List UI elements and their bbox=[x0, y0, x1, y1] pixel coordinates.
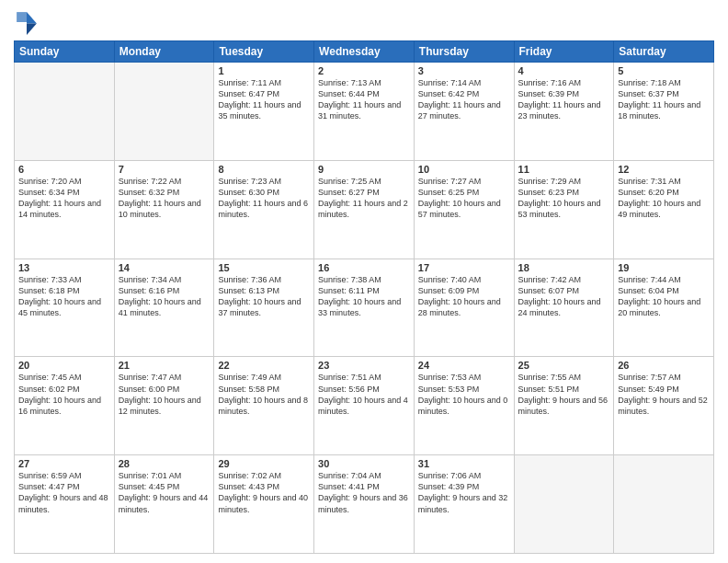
day-number: 22 bbox=[218, 360, 310, 371]
day-info: Sunrise: 7:14 AM Sunset: 6:42 PM Dayligh… bbox=[418, 77, 510, 122]
day-info: Sunrise: 7:04 AM Sunset: 4:41 PM Dayligh… bbox=[318, 470, 410, 515]
logo bbox=[14, 9, 43, 35]
day-info: Sunrise: 7:45 AM Sunset: 6:02 PM Dayligh… bbox=[18, 372, 110, 417]
calendar-cell: 22Sunrise: 7:49 AM Sunset: 5:58 PM Dayli… bbox=[214, 357, 314, 455]
day-info: Sunrise: 7:16 AM Sunset: 6:39 PM Dayligh… bbox=[518, 77, 610, 122]
day-number: 11 bbox=[518, 164, 610, 175]
svg-marker-0 bbox=[27, 12, 37, 23]
day-number: 31 bbox=[418, 458, 510, 469]
day-info: Sunrise: 7:31 AM Sunset: 6:20 PM Dayligh… bbox=[618, 176, 710, 221]
day-number: 14 bbox=[119, 262, 210, 273]
calendar-header-saturday: Saturday bbox=[614, 41, 714, 63]
calendar-header-monday: Monday bbox=[114, 41, 214, 63]
calendar-cell: 27Sunrise: 6:59 AM Sunset: 4:47 PM Dayli… bbox=[15, 455, 115, 554]
calendar-cell: 14Sunrise: 7:34 AM Sunset: 6:16 PM Dayli… bbox=[114, 259, 214, 357]
calendar-cell: 1Sunrise: 7:11 AM Sunset: 6:47 PM Daylig… bbox=[214, 63, 314, 161]
calendar-week-3: 13Sunrise: 7:33 AM Sunset: 6:18 PM Dayli… bbox=[15, 259, 714, 357]
calendar-cell: 10Sunrise: 7:27 AM Sunset: 6:25 PM Dayli… bbox=[414, 160, 514, 259]
calendar-cell: 9Sunrise: 7:25 AM Sunset: 6:27 PM Daylig… bbox=[314, 160, 415, 259]
calendar-cell: 11Sunrise: 7:29 AM Sunset: 6:23 PM Dayli… bbox=[514, 160, 614, 259]
calendar-cell: 26Sunrise: 7:57 AM Sunset: 5:49 PM Dayli… bbox=[614, 357, 714, 455]
day-number: 29 bbox=[218, 458, 310, 469]
day-info: Sunrise: 7:25 AM Sunset: 6:27 PM Dayligh… bbox=[318, 176, 410, 221]
calendar-week-4: 20Sunrise: 7:45 AM Sunset: 6:02 PM Dayli… bbox=[15, 357, 714, 455]
calendar-cell bbox=[514, 455, 614, 554]
day-info: Sunrise: 7:18 AM Sunset: 6:37 PM Dayligh… bbox=[618, 77, 710, 122]
calendar-cell: 8Sunrise: 7:23 AM Sunset: 6:30 PM Daylig… bbox=[214, 160, 314, 259]
day-number: 24 bbox=[418, 360, 510, 371]
day-info: Sunrise: 7:29 AM Sunset: 6:23 PM Dayligh… bbox=[518, 176, 610, 221]
logo-icon bbox=[14, 9, 40, 35]
day-number: 25 bbox=[518, 360, 610, 371]
day-number: 9 bbox=[318, 164, 410, 175]
calendar-cell: 16Sunrise: 7:38 AM Sunset: 6:11 PM Dayli… bbox=[314, 259, 415, 357]
svg-marker-1 bbox=[27, 24, 37, 35]
day-number: 12 bbox=[618, 164, 710, 175]
day-number: 26 bbox=[618, 360, 710, 371]
day-info: Sunrise: 7:38 AM Sunset: 6:11 PM Dayligh… bbox=[318, 274, 410, 319]
calendar-cell: 7Sunrise: 7:22 AM Sunset: 6:32 PM Daylig… bbox=[114, 160, 214, 259]
calendar-cell: 20Sunrise: 7:45 AM Sunset: 6:02 PM Dayli… bbox=[15, 357, 115, 455]
header bbox=[14, 9, 714, 35]
day-number: 7 bbox=[119, 164, 210, 175]
day-number: 2 bbox=[318, 65, 410, 76]
day-info: Sunrise: 7:36 AM Sunset: 6:13 PM Dayligh… bbox=[218, 274, 310, 319]
calendar-cell: 18Sunrise: 7:42 AM Sunset: 6:07 PM Dayli… bbox=[514, 259, 614, 357]
calendar-cell: 6Sunrise: 7:20 AM Sunset: 6:34 PM Daylig… bbox=[15, 160, 115, 259]
day-info: Sunrise: 6:59 AM Sunset: 4:47 PM Dayligh… bbox=[18, 470, 110, 515]
day-info: Sunrise: 7:57 AM Sunset: 5:49 PM Dayligh… bbox=[618, 372, 710, 417]
day-number: 16 bbox=[318, 262, 410, 273]
day-number: 27 bbox=[18, 458, 110, 469]
calendar-cell: 19Sunrise: 7:44 AM Sunset: 6:04 PM Dayli… bbox=[614, 259, 714, 357]
calendar-week-2: 6Sunrise: 7:20 AM Sunset: 6:34 PM Daylig… bbox=[15, 160, 714, 259]
calendar-header-tuesday: Tuesday bbox=[214, 41, 314, 63]
day-number: 23 bbox=[318, 360, 410, 371]
day-info: Sunrise: 7:13 AM Sunset: 6:44 PM Dayligh… bbox=[318, 77, 410, 122]
day-info: Sunrise: 7:34 AM Sunset: 6:16 PM Dayligh… bbox=[119, 274, 210, 319]
day-info: Sunrise: 7:53 AM Sunset: 5:53 PM Dayligh… bbox=[418, 372, 510, 417]
calendar-cell: 24Sunrise: 7:53 AM Sunset: 5:53 PM Dayli… bbox=[414, 357, 514, 455]
day-number: 28 bbox=[119, 458, 210, 469]
day-info: Sunrise: 7:40 AM Sunset: 6:09 PM Dayligh… bbox=[418, 274, 510, 319]
svg-rect-2 bbox=[17, 12, 27, 22]
calendar-cell: 23Sunrise: 7:51 AM Sunset: 5:56 PM Dayli… bbox=[314, 357, 415, 455]
day-number: 21 bbox=[119, 360, 210, 371]
calendar-week-5: 27Sunrise: 6:59 AM Sunset: 4:47 PM Dayli… bbox=[15, 455, 714, 554]
day-info: Sunrise: 7:42 AM Sunset: 6:07 PM Dayligh… bbox=[518, 274, 610, 319]
day-info: Sunrise: 7:33 AM Sunset: 6:18 PM Dayligh… bbox=[18, 274, 110, 319]
calendar-cell bbox=[614, 455, 714, 554]
day-number: 13 bbox=[18, 262, 110, 273]
calendar-header-thursday: Thursday bbox=[414, 41, 514, 63]
calendar-cell bbox=[114, 63, 214, 161]
calendar-cell: 5Sunrise: 7:18 AM Sunset: 6:37 PM Daylig… bbox=[614, 63, 714, 161]
day-number: 10 bbox=[418, 164, 510, 175]
day-info: Sunrise: 7:49 AM Sunset: 5:58 PM Dayligh… bbox=[218, 372, 310, 417]
day-number: 20 bbox=[18, 360, 110, 371]
day-info: Sunrise: 7:02 AM Sunset: 4:43 PM Dayligh… bbox=[218, 470, 310, 515]
calendar-cell: 21Sunrise: 7:47 AM Sunset: 6:00 PM Dayli… bbox=[114, 357, 214, 455]
day-info: Sunrise: 7:44 AM Sunset: 6:04 PM Dayligh… bbox=[618, 274, 710, 319]
day-number: 3 bbox=[418, 65, 510, 76]
calendar-header-wednesday: Wednesday bbox=[314, 41, 415, 63]
calendar-cell: 15Sunrise: 7:36 AM Sunset: 6:13 PM Dayli… bbox=[214, 259, 314, 357]
day-info: Sunrise: 7:06 AM Sunset: 4:39 PM Dayligh… bbox=[418, 470, 510, 515]
day-info: Sunrise: 7:20 AM Sunset: 6:34 PM Dayligh… bbox=[18, 176, 110, 221]
calendar-cell bbox=[15, 63, 115, 161]
calendar-cell: 29Sunrise: 7:02 AM Sunset: 4:43 PM Dayli… bbox=[214, 455, 314, 554]
day-number: 19 bbox=[618, 262, 710, 273]
day-number: 18 bbox=[518, 262, 610, 273]
calendar-table: SundayMondayTuesdayWednesdayThursdayFrid… bbox=[14, 40, 714, 554]
calendar-header-sunday: Sunday bbox=[15, 41, 115, 63]
calendar-header-row: SundayMondayTuesdayWednesdayThursdayFrid… bbox=[15, 41, 714, 63]
day-number: 8 bbox=[218, 164, 310, 175]
calendar-cell: 28Sunrise: 7:01 AM Sunset: 4:45 PM Dayli… bbox=[114, 455, 214, 554]
day-info: Sunrise: 7:11 AM Sunset: 6:47 PM Dayligh… bbox=[218, 77, 310, 122]
day-info: Sunrise: 7:47 AM Sunset: 6:00 PM Dayligh… bbox=[119, 372, 210, 417]
calendar-cell: 3Sunrise: 7:14 AM Sunset: 6:42 PM Daylig… bbox=[414, 63, 514, 161]
day-number: 1 bbox=[218, 65, 310, 76]
calendar-cell: 31Sunrise: 7:06 AM Sunset: 4:39 PM Dayli… bbox=[414, 455, 514, 554]
day-info: Sunrise: 7:22 AM Sunset: 6:32 PM Dayligh… bbox=[119, 176, 210, 221]
day-info: Sunrise: 7:27 AM Sunset: 6:25 PM Dayligh… bbox=[418, 176, 510, 221]
page: SundayMondayTuesdayWednesdayThursdayFrid… bbox=[0, 0, 728, 563]
day-number: 4 bbox=[518, 65, 610, 76]
